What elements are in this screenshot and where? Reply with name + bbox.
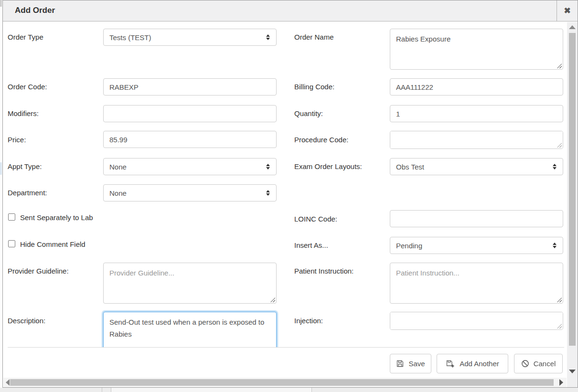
close-icon: ✖ bbox=[564, 6, 570, 16]
scroll-left-arrow-icon[interactable] bbox=[6, 379, 10, 386]
order-name-field: Rabies Exposure bbox=[390, 29, 563, 70]
price-label: Price: bbox=[8, 136, 26, 144]
select-caret-icon bbox=[266, 190, 270, 196]
save-button-label: Save bbox=[408, 360, 425, 368]
patient-instruction-field bbox=[390, 263, 563, 304]
add-order-dialog: Add Order ✖ Order Type Tests (TEST) Orde… bbox=[2, 0, 578, 388]
sent-separately-to-lab-label: Sent Separately to Lab bbox=[20, 213, 93, 222]
injection-label: Injection: bbox=[294, 317, 323, 325]
order-name-label: Order Name bbox=[294, 33, 334, 41]
order-type-value: Tests (TEST) bbox=[109, 33, 151, 42]
appt-type-label: Appt Type: bbox=[8, 162, 42, 170]
dialog-title: Add Order bbox=[15, 6, 55, 15]
price-input[interactable] bbox=[103, 131, 277, 148]
order-code-input[interactable] bbox=[103, 78, 277, 95]
order-name-textarea[interactable]: Rabies Exposure bbox=[390, 29, 563, 70]
exam-order-layouts-label: Exam Order Layouts: bbox=[294, 162, 362, 170]
save-button[interactable]: Save bbox=[390, 354, 431, 373]
provider-guideline-field bbox=[103, 263, 277, 304]
description-label: Description: bbox=[8, 317, 45, 325]
scroll-right-arrow-icon[interactable] bbox=[559, 379, 563, 386]
department-value: None bbox=[109, 189, 127, 197]
dialog-header: Add Order ✖ bbox=[3, 0, 578, 21]
order-type-label: Order Type bbox=[8, 33, 43, 41]
billing-code-input[interactable] bbox=[390, 78, 563, 95]
scrollbar-corner bbox=[567, 378, 578, 387]
horizontal-scrollbar-thumb[interactable] bbox=[10, 379, 554, 386]
department-label: Department: bbox=[8, 189, 47, 197]
appt-type-select[interactable]: None bbox=[103, 158, 277, 175]
horizontal-scrollbar[interactable] bbox=[3, 378, 567, 387]
close-button[interactable]: ✖ bbox=[557, 0, 578, 21]
select-caret-icon bbox=[553, 164, 557, 170]
insert-as-label: Insert As... bbox=[294, 241, 328, 249]
provider-guideline-textarea[interactable] bbox=[103, 263, 277, 304]
order-code-label: Order Code: bbox=[8, 83, 47, 91]
insert-as-value: Pending bbox=[396, 242, 422, 250]
sent-separately-to-lab-checkbox[interactable] bbox=[8, 213, 15, 221]
loinc-code-label: LOINC Code: bbox=[294, 215, 337, 223]
footer-divider bbox=[8, 347, 564, 348]
cancel-button[interactable]: Cancel bbox=[514, 354, 563, 373]
page-background-bottom bbox=[0, 388, 578, 392]
select-caret-icon bbox=[553, 243, 557, 248]
modifiers-input[interactable] bbox=[103, 105, 277, 122]
add-another-button-label: Add Another bbox=[460, 360, 499, 368]
cancel-icon bbox=[521, 360, 529, 368]
exam-order-layouts-value: Obs Test bbox=[396, 163, 424, 171]
add-another-button[interactable]: Add Another bbox=[437, 354, 508, 373]
procedure-code-label: Procedure Code: bbox=[294, 136, 348, 144]
patient-instruction-textarea[interactable] bbox=[390, 263, 563, 304]
injection-field bbox=[390, 312, 563, 330]
exam-order-layouts-select[interactable]: Obs Test bbox=[390, 158, 563, 175]
vertical-scrollbar-thumb[interactable] bbox=[569, 33, 576, 346]
save-icon bbox=[396, 360, 404, 368]
department-select[interactable]: None bbox=[103, 184, 277, 201]
cancel-button-label: Cancel bbox=[534, 360, 556, 368]
quantity-label: Quantity: bbox=[294, 109, 323, 117]
provider-guideline-label: Provider Guideline: bbox=[8, 267, 69, 275]
procedure-code-field bbox=[390, 131, 563, 149]
description-field: Send-Out test used when a person is expo… bbox=[101, 310, 278, 347]
scroll-up-arrow-icon[interactable] bbox=[569, 25, 576, 29]
appt-type-value: None bbox=[109, 163, 127, 171]
quantity-input[interactable] bbox=[390, 105, 563, 122]
patient-instruction-label: Patient Instruction: bbox=[294, 267, 353, 275]
modifiers-label: Modifiers: bbox=[8, 109, 39, 117]
procedure-code-textarea[interactable] bbox=[390, 131, 563, 149]
select-caret-icon bbox=[266, 34, 270, 40]
add-another-icon bbox=[446, 360, 455, 368]
description-textarea[interactable]: Send-Out test used when a person is expo… bbox=[103, 312, 277, 347]
hide-comment-field-label: Hide Comment Field bbox=[20, 240, 86, 248]
loinc-code-input[interactable] bbox=[390, 210, 563, 227]
select-caret-icon bbox=[266, 164, 270, 170]
insert-as-select[interactable]: Pending bbox=[390, 237, 563, 254]
scroll-down-arrow-icon[interactable] bbox=[569, 370, 576, 373]
hide-comment-field-checkbox[interactable] bbox=[8, 240, 15, 247]
order-type-select[interactable]: Tests (TEST) bbox=[103, 29, 277, 46]
vertical-scrollbar[interactable] bbox=[567, 22, 578, 378]
billing-code-label: Billing Code: bbox=[294, 83, 334, 91]
injection-textarea[interactable] bbox=[390, 312, 563, 330]
